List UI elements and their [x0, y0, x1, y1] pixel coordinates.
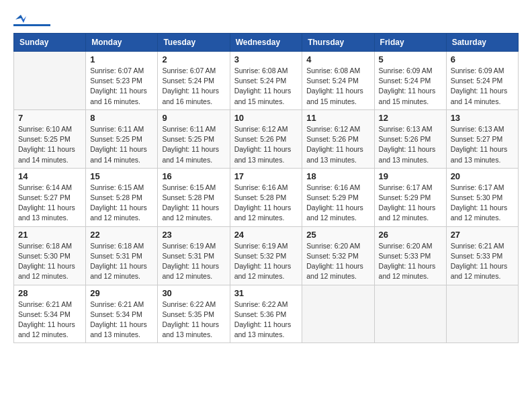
table-row: [446, 285, 518, 343]
day-number: 8: [90, 113, 153, 123]
table-row: 6Sunrise: 6:09 AM Sunset: 5:24 PM Daylig…: [446, 52, 518, 110]
day-number: 26: [379, 230, 442, 240]
day-number: 9: [162, 113, 225, 123]
table-row: 1Sunrise: 6:07 AM Sunset: 5:23 PM Daylig…: [86, 52, 158, 110]
table-row: 16Sunrise: 6:15 AM Sunset: 5:28 PM Dayli…: [158, 168, 230, 226]
table-row: 11Sunrise: 6:12 AM Sunset: 5:26 PM Dayli…: [302, 109, 374, 168]
day-number: 30: [162, 288, 225, 298]
day-info: Sunrise: 6:22 AM Sunset: 5:35 PM Dayligh…: [162, 300, 225, 340]
calendar-header-friday: Friday: [374, 34, 446, 52]
day-number: 27: [451, 230, 514, 240]
day-number: 23: [162, 230, 225, 240]
table-row: 13Sunrise: 6:13 AM Sunset: 5:27 PM Dayli…: [446, 109, 518, 168]
calendar-header-saturday: Saturday: [446, 34, 518, 52]
calendar-table: SundayMondayTuesdayWednesdayThursdayFrid…: [13, 33, 519, 343]
day-number: 20: [451, 171, 514, 181]
day-info: Sunrise: 6:12 AM Sunset: 5:26 PM Dayligh…: [306, 124, 369, 165]
day-number: 6: [451, 54, 514, 64]
day-number: 4: [306, 54, 369, 64]
table-row: 20Sunrise: 6:17 AM Sunset: 5:30 PM Dayli…: [446, 168, 518, 226]
table-row: 14Sunrise: 6:14 AM Sunset: 5:27 PM Dayli…: [14, 168, 86, 226]
day-info: Sunrise: 6:20 AM Sunset: 5:33 PM Dayligh…: [379, 241, 442, 282]
table-row: 12Sunrise: 6:13 AM Sunset: 5:26 PM Dayli…: [374, 109, 446, 168]
table-row: [14, 52, 86, 110]
day-info: Sunrise: 6:18 AM Sunset: 5:31 PM Dayligh…: [90, 241, 153, 282]
logo-underline: [13, 24, 50, 26]
calendar-header-thursday: Thursday: [302, 34, 374, 52]
day-number: 19: [379, 171, 442, 181]
table-row: 3Sunrise: 6:08 AM Sunset: 5:24 PM Daylig…: [230, 52, 302, 110]
day-info: Sunrise: 6:19 AM Sunset: 5:32 PM Dayligh…: [234, 241, 298, 282]
day-number: 25: [306, 230, 369, 240]
table-row: 19Sunrise: 6:17 AM Sunset: 5:29 PM Dayli…: [374, 168, 446, 226]
table-row: 25Sunrise: 6:20 AM Sunset: 5:32 PM Dayli…: [302, 226, 374, 285]
calendar-week-row: 7Sunrise: 6:10 AM Sunset: 5:25 PM Daylig…: [14, 109, 519, 168]
calendar-week-row: 1Sunrise: 6:07 AM Sunset: 5:23 PM Daylig…: [14, 52, 519, 110]
calendar-header-wednesday: Wednesday: [230, 34, 302, 52]
day-info: Sunrise: 6:16 AM Sunset: 5:28 PM Dayligh…: [234, 183, 298, 224]
day-info: Sunrise: 6:21 AM Sunset: 5:34 PM Dayligh…: [90, 300, 153, 340]
day-number: 13: [451, 113, 514, 123]
day-number: 22: [90, 230, 153, 240]
day-number: 17: [234, 171, 298, 181]
day-info: Sunrise: 6:11 AM Sunset: 5:25 PM Dayligh…: [162, 124, 225, 165]
day-number: 3: [234, 54, 298, 64]
table-row: 23Sunrise: 6:19 AM Sunset: 5:31 PM Dayli…: [158, 226, 230, 285]
calendar-header-monday: Monday: [86, 34, 158, 52]
day-info: Sunrise: 6:15 AM Sunset: 5:28 PM Dayligh…: [90, 183, 153, 224]
table-row: 2Sunrise: 6:07 AM Sunset: 5:24 PM Daylig…: [158, 52, 230, 110]
day-info: Sunrise: 6:14 AM Sunset: 5:27 PM Dayligh…: [18, 183, 81, 224]
table-row: 4Sunrise: 6:08 AM Sunset: 5:24 PM Daylig…: [302, 52, 374, 110]
day-info: Sunrise: 6:09 AM Sunset: 5:24 PM Dayligh…: [379, 66, 442, 107]
day-number: 11: [306, 113, 369, 123]
day-info: Sunrise: 6:21 AM Sunset: 5:34 PM Dayligh…: [18, 300, 81, 340]
table-row: 22Sunrise: 6:18 AM Sunset: 5:31 PM Dayli…: [86, 226, 158, 285]
table-row: 7Sunrise: 6:10 AM Sunset: 5:25 PM Daylig…: [14, 109, 86, 168]
day-number: 15: [90, 171, 153, 181]
day-number: 29: [90, 288, 153, 298]
table-row: 31Sunrise: 6:22 AM Sunset: 5:36 PM Dayli…: [230, 285, 302, 343]
calendar-week-row: 21Sunrise: 6:18 AM Sunset: 5:30 PM Dayli…: [14, 226, 519, 285]
day-info: Sunrise: 6:18 AM Sunset: 5:30 PM Dayligh…: [18, 241, 81, 282]
table-row: 30Sunrise: 6:22 AM Sunset: 5:35 PM Dayli…: [158, 285, 230, 343]
table-row: 17Sunrise: 6:16 AM Sunset: 5:28 PM Dayli…: [230, 168, 302, 226]
table-row: 24Sunrise: 6:19 AM Sunset: 5:32 PM Dayli…: [230, 226, 302, 285]
calendar-header-sunday: Sunday: [14, 34, 86, 52]
day-number: 31: [234, 288, 298, 298]
day-number: 10: [234, 113, 298, 123]
calendar-header-tuesday: Tuesday: [158, 34, 230, 52]
calendar-week-row: 28Sunrise: 6:21 AM Sunset: 5:34 PM Dayli…: [14, 285, 519, 343]
day-number: 16: [162, 171, 225, 181]
day-info: Sunrise: 6:13 AM Sunset: 5:27 PM Dayligh…: [451, 124, 514, 165]
day-info: Sunrise: 6:08 AM Sunset: 5:24 PM Dayligh…: [306, 66, 369, 107]
table-row: [302, 285, 374, 343]
day-info: Sunrise: 6:22 AM Sunset: 5:36 PM Dayligh…: [234, 300, 298, 340]
day-number: 7: [18, 113, 81, 123]
day-info: Sunrise: 6:21 AM Sunset: 5:33 PM Dayligh…: [451, 241, 514, 282]
table-row: 10Sunrise: 6:12 AM Sunset: 5:26 PM Dayli…: [230, 109, 302, 168]
table-row: 9Sunrise: 6:11 AM Sunset: 5:25 PM Daylig…: [158, 109, 230, 168]
table-row: [374, 285, 446, 343]
table-row: 5Sunrise: 6:09 AM Sunset: 5:24 PM Daylig…: [374, 52, 446, 110]
day-number: 18: [306, 171, 369, 181]
table-row: 28Sunrise: 6:21 AM Sunset: 5:34 PM Dayli…: [14, 285, 86, 343]
day-number: 2: [162, 54, 225, 64]
table-row: 18Sunrise: 6:16 AM Sunset: 5:29 PM Dayli…: [302, 168, 374, 226]
day-number: 28: [18, 288, 81, 298]
day-info: Sunrise: 6:16 AM Sunset: 5:29 PM Dayligh…: [306, 183, 369, 224]
day-number: 14: [18, 171, 81, 181]
logo: [13, 13, 50, 26]
table-row: 26Sunrise: 6:20 AM Sunset: 5:33 PM Dayli…: [374, 226, 446, 285]
day-number: 1: [90, 54, 153, 64]
table-row: 15Sunrise: 6:15 AM Sunset: 5:28 PM Dayli…: [86, 168, 158, 226]
day-info: Sunrise: 6:08 AM Sunset: 5:24 PM Dayligh…: [234, 66, 298, 107]
day-info: Sunrise: 6:10 AM Sunset: 5:25 PM Dayligh…: [18, 124, 81, 165]
table-row: 27Sunrise: 6:21 AM Sunset: 5:33 PM Dayli…: [446, 226, 518, 285]
day-number: 5: [379, 54, 442, 64]
day-info: Sunrise: 6:13 AM Sunset: 5:26 PM Dayligh…: [379, 124, 442, 165]
day-number: 21: [18, 230, 81, 240]
table-row: 21Sunrise: 6:18 AM Sunset: 5:30 PM Dayli…: [14, 226, 86, 285]
day-info: Sunrise: 6:07 AM Sunset: 5:24 PM Dayligh…: [162, 66, 225, 107]
day-number: 24: [234, 230, 298, 240]
page-header: [13, 13, 519, 26]
